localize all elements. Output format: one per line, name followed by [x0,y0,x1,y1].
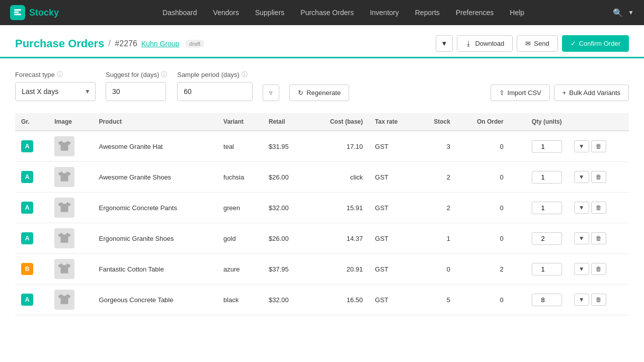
search-icon[interactable]: 🔍 [613,8,623,18]
nav-preferences[interactable]: Preferences [448,0,502,25]
forecast-type-select[interactable]: Last X days [15,82,96,101]
cell-tax: GST [369,131,417,162]
main-content: Forecast type ⓘ Last X days ▼ Suggest fo… [0,58,644,327]
cell-product: Gorgeous Concrete Table [93,285,218,315]
cell-grade: A [15,193,48,223]
brand-icon [10,5,25,20]
cell-variant: teal [217,131,263,162]
row-dropdown-button[interactable]: ▼ [574,171,589,183]
col-retail: Retail [263,113,307,131]
nav-suppliers[interactable]: Suppliers [247,0,292,25]
product-image [54,198,74,218]
cell-image [48,162,93,193]
cell-retail: $32.00 [263,285,307,315]
nav-help[interactable]: Help [502,0,532,25]
col-image: Image [48,113,93,131]
row-dropdown-button[interactable]: ▼ [574,140,589,152]
cell-on-order: 0 [456,162,510,193]
nav-purchase-orders[interactable]: Purchase Orders [292,0,362,25]
product-image [54,136,74,156]
qty-input[interactable] [532,140,562,153]
grade-badge: A [21,294,33,306]
row-actions: ▼ 🗑 [574,140,623,152]
nav-vendors[interactable]: Vendors [205,0,247,25]
breadcrumb-supplier-link[interactable]: Kuhn Group [141,40,180,48]
cell-row-actions: ▼ 🗑 [568,162,629,193]
cell-image [48,223,93,254]
nav-dropdown-arrow[interactable]: ▼ [628,9,634,16]
suggest-days-info-icon[interactable]: ⓘ [161,70,167,79]
cell-variant: gold [217,223,263,254]
brand[interactable]: Stocky [10,5,59,20]
cell-retail: $26.00 [263,223,307,254]
qty-input[interactable] [532,263,562,276]
cell-on-order: 0 [456,223,510,254]
brand-name: Stocky [29,8,59,18]
cell-image [48,193,93,223]
import-csv-button[interactable]: ⇧ Import CSV [491,84,550,101]
sample-period-info-icon[interactable]: ⓘ [242,70,248,79]
check-icon: ✓ [571,40,576,47]
cell-on-order: 0 [456,285,510,315]
row-delete-button[interactable]: 🗑 [591,263,606,275]
nav-reports[interactable]: Reports [407,0,448,25]
row-dropdown-button[interactable]: ▼ [574,263,589,275]
cell-variant: fuchsia [217,162,263,193]
row-actions: ▼ 🗑 [574,171,623,183]
confirm-order-button[interactable]: ✓ Confirm Order [562,35,629,52]
nav-dashboard[interactable]: Dashboard [154,0,205,25]
suggest-days-input[interactable] [106,82,166,101]
cell-row-actions: ▼ 🗑 [568,223,629,254]
product-image [54,259,74,279]
qty-input[interactable] [532,171,562,184]
cell-product: Ergonomic Granite Shoes [93,223,218,254]
sample-period-input[interactable] [177,82,253,101]
row-delete-button[interactable]: 🗑 [591,202,606,214]
row-dropdown-button[interactable]: ▼ [574,232,589,244]
cell-variant: green [217,193,263,223]
breadcrumb-separator: / [108,38,111,49]
cell-on-order: 0 [456,131,510,162]
cell-row-actions: ▼ 🗑 [568,193,629,223]
send-button[interactable]: ✉ Send [517,35,557,52]
cell-grade: A [15,131,48,162]
qty-input[interactable] [532,202,562,214]
row-delete-button[interactable]: 🗑 [591,171,606,183]
row-delete-button[interactable]: 🗑 [591,140,606,152]
cell-qty [510,223,568,254]
download-icon: ⭳ [465,40,472,47]
col-grade: Gr. [15,113,48,131]
grade-badge: B [21,263,33,275]
regenerate-button[interactable]: ↻ Regenerate [289,84,349,101]
chevron-down-icon: ▼ [441,40,448,47]
table-row: A Gorgeous Concrete Table black $32.00 1… [15,285,629,315]
nav-inventory[interactable]: Inventory [362,0,407,25]
row-dropdown-button[interactable]: ▼ [574,294,589,306]
forecast-type-label: Forecast type ⓘ [15,70,96,79]
more-options-button[interactable]: ▼ [436,35,453,52]
filter-button[interactable]: ▿ [263,84,279,101]
col-actions [568,113,629,131]
row-delete-button[interactable]: 🗑 [591,294,606,306]
row-actions: ▼ 🗑 [574,294,623,306]
forecast-controls: Forecast type ⓘ Last X days ▼ Suggest fo… [15,70,629,101]
download-button[interactable]: ⭳ Download [457,35,513,52]
page-header: Purchase Orders / #2276 Kuhn Group draft… [0,25,644,57]
breadcrumb: Purchase Orders / #2276 Kuhn Group draft [15,37,204,50]
row-dropdown-button[interactable]: ▼ [574,202,589,214]
product-image [54,290,74,310]
cell-qty [510,131,568,162]
cell-stock: 0 [417,254,456,285]
cell-cost: 16.50 [307,285,369,315]
order-status-badge: draft [185,40,204,48]
qty-input[interactable] [532,232,562,245]
bulk-add-variants-button[interactable]: + Bulk Add Variants [554,84,629,101]
qty-input[interactable] [532,294,562,306]
plus-icon: + [562,89,567,97]
row-delete-button[interactable]: 🗑 [591,232,606,244]
cell-qty [510,193,568,223]
forecast-type-info-icon[interactable]: ⓘ [57,70,63,79]
breadcrumb-purchase-orders[interactable]: Purchase Orders [15,37,104,50]
cell-row-actions: ▼ 🗑 [568,285,629,315]
products-table: Gr. Image Product Variant Retail Cost (b… [15,113,629,315]
